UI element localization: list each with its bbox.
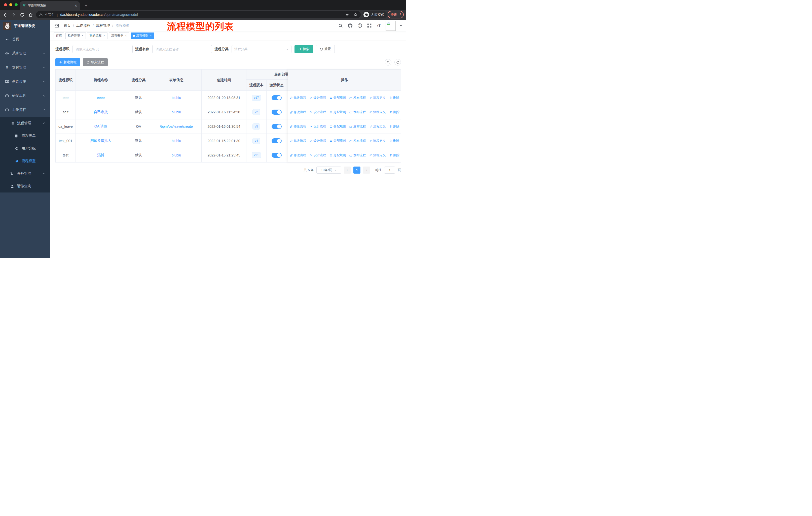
edit-process-link[interactable]: 修改流程 [290,153,306,158]
sidebar-item-payment[interactable]: ¥ 支付管理 [0,60,50,75]
process-definition-link[interactable]: 流程定义 [369,110,386,114]
assign-rule-link[interactable]: 分配规则 [329,153,346,158]
prev-page-button[interactable]: ‹ [344,166,351,173]
form-info-link[interactable]: biubiu [172,96,181,100]
design-process-link[interactable]: 设计流程 [310,125,326,129]
assign-rule-link[interactable]: 分配规则 [329,139,346,143]
process-definition-link[interactable]: 流程定义 [369,139,386,143]
breadcrumb-workflow[interactable]: 工作流程 [76,23,90,28]
import-process-button[interactable]: 导入流程 [83,58,108,66]
key-icon[interactable] [346,12,350,17]
assign-rule-link[interactable]: 分配规则 [329,125,346,129]
close-icon[interactable]: ✕ [150,34,152,37]
breadcrumb-home[interactable]: 首页 [64,23,71,28]
refresh-table-button[interactable] [395,59,401,65]
process-definition-link[interactable]: 流程定义 [369,125,386,129]
model-name-link[interactable]: eeee [97,96,105,100]
sidebar-item-system[interactable]: 系统管理 [0,46,50,60]
active-status-toggle[interactable] [271,124,282,129]
tag-process-form[interactable]: 流程表单✕ [109,32,129,39]
delete-link[interactable]: 删除 [389,96,400,100]
tag-home[interactable]: 首页 [54,32,64,39]
active-status-toggle[interactable] [271,153,282,158]
update-label[interactable]: 更新 [390,12,398,17]
edit-process-link[interactable]: 修改流程 [290,96,306,100]
edit-process-link[interactable]: 修改流程 [290,125,306,129]
design-process-link[interactable]: 设计流程 [310,139,326,143]
model-name-link[interactable]: 自己审批 [94,110,108,114]
help-icon[interactable]: ? [357,23,362,28]
design-process-link[interactable]: 设计流程 [310,96,326,100]
sidebar-item-workflow[interactable]: 工作流程 [0,103,50,117]
browser-menu-icon[interactable] [400,13,401,17]
deploy-process-link[interactable]: 发布流程 [349,125,366,129]
active-status-toggle[interactable] [271,95,282,100]
breadcrumb-process-management[interactable]: 流程管理 [96,23,110,28]
deploy-process-link[interactable]: 发布流程 [349,139,366,143]
browser-update-button[interactable]: 更新 [388,11,404,19]
app-logo[interactable]: 芋道管理系统 [0,20,50,32]
current-page-button[interactable]: 1 [353,166,360,173]
tag-process-model[interactable]: 流程模型✕ [130,32,154,39]
back-icon[interactable] [1,11,8,19]
sidebar-item-process-model[interactable]: 流程模型 [0,155,50,167]
form-info-link[interactable]: biubiu [172,139,181,143]
avatar[interactable] [386,21,396,31]
reload-icon[interactable] [19,11,26,19]
deploy-process-link[interactable]: 发布流程 [349,96,366,100]
tab-close-icon[interactable]: ✕ [75,4,77,7]
model-name-link[interactable]: 滔博 [97,153,105,158]
sidebar-collapse-icon[interactable] [54,23,60,28]
font-size-icon[interactable]: TT [376,23,382,28]
forward-icon[interactable] [10,11,17,19]
goto-page-input[interactable] [384,166,395,173]
model-name-link[interactable]: 测试多审批人 [90,139,112,143]
category-select[interactable]: 流程分类 [232,45,291,53]
active-status-toggle[interactable] [271,110,282,115]
avatar-caret-icon[interactable] [400,25,402,27]
form-info-link[interactable]: /bpm/oa/leave/create [160,125,193,129]
deploy-process-link[interactable]: 发布流程 [349,110,366,114]
close-icon[interactable]: ✕ [103,34,105,37]
close-icon[interactable]: ✕ [81,34,84,37]
next-page-button[interactable]: › [363,166,370,173]
assign-rule-link[interactable]: 分配规则 [329,110,346,114]
delete-link[interactable]: 删除 [389,125,400,129]
design-process-link[interactable]: 设计流程 [310,153,326,158]
create-process-button[interactable]: 新建流程 [55,58,80,66]
close-icon[interactable]: ✕ [124,34,127,37]
edit-process-link[interactable]: 修改流程 [290,110,306,114]
model-name-input[interactable] [152,45,212,53]
home-icon[interactable] [27,11,34,19]
sidebar-item-leave-query[interactable]: 请假查询 [0,180,50,192]
sidebar-item-process-management[interactable]: 流程管理 [0,117,50,130]
page-size-select[interactable]: 10条/页 [316,166,341,173]
fullscreen-icon[interactable] [367,23,372,28]
close-window-button[interactable] [4,3,7,6]
window-controls[interactable] [4,3,18,6]
model-key-input[interactable] [72,45,133,53]
design-process-link[interactable]: 设计流程 [310,110,326,114]
search-button[interactable]: 搜索 [294,45,313,53]
tag-tenant[interactable]: 租户管理✕ [65,32,86,39]
new-tab-button[interactable]: ＋ [83,2,89,8]
tag-my-process[interactable]: 我的流程✕ [87,32,108,39]
sidebar-item-process-form[interactable]: 流程表单 [0,130,50,142]
sidebar-item-user-group[interactable]: 用户分组 [0,142,50,155]
bookmark-star-icon[interactable] [353,12,358,17]
process-definition-link[interactable]: 流程定义 [369,153,386,158]
form-info-link[interactable]: biubiu [172,153,181,157]
zoom-window-button[interactable] [14,3,18,6]
sidebar-item-infrastructure[interactable]: 基础设施 [0,75,50,89]
show-search-toggle-button[interactable] [385,59,392,65]
header-search-icon[interactable] [338,23,343,28]
browser-tab[interactable]: 芋道管理系统 ✕ [20,1,80,10]
sidebar-item-task-management[interactable]: 任务管理 [0,167,50,180]
url-bar[interactable]: 不安全 | dashboard.yudao.iocoder.cn/bpm/man… [36,11,361,18]
delete-link[interactable]: 删除 [389,153,400,158]
model-name-link[interactable]: OA 请假 [94,124,107,129]
process-definition-link[interactable]: 流程定义 [369,96,386,100]
reset-button[interactable]: 重置 [316,45,335,53]
form-info-link[interactable]: biubiu [172,110,181,114]
github-icon[interactable] [347,23,353,28]
